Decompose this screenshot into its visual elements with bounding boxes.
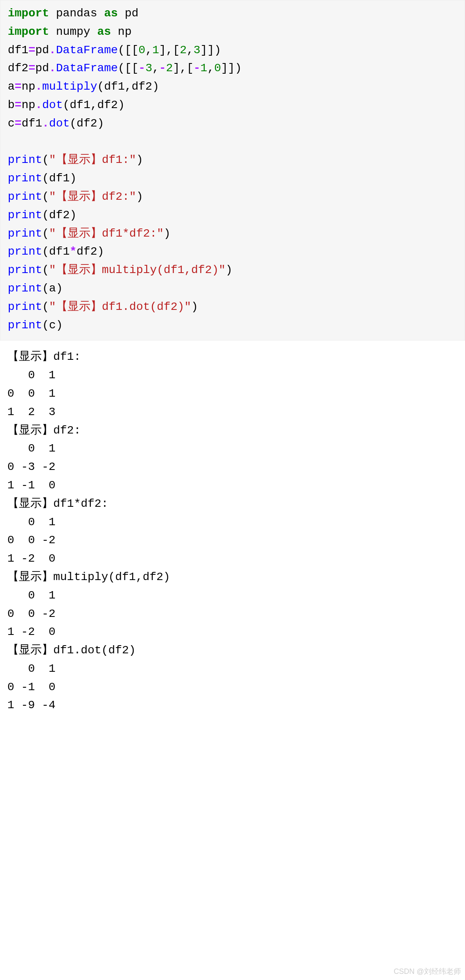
output-block: 【显示】df1: 0 1 0 0 1 1 2 3 【显示】df2: 0 1 0 … bbox=[0, 341, 465, 719]
code-line-3: df1=pd.DataFrame([[0,1],[2,3]]) bbox=[8, 41, 457, 60]
code-line-print-10: print(c) bbox=[8, 316, 457, 335]
kw-import: import bbox=[8, 7, 49, 20]
code-line-print-9: print("【显示】df1.dot(df2)") bbox=[8, 298, 457, 316]
code-line-print-7: print("【显示】multiply(df1,df2)") bbox=[8, 261, 457, 280]
code-line-print-5: print("【显示】df1*df2:") bbox=[8, 225, 457, 243]
code-line-print-4: print(df2) bbox=[8, 206, 457, 225]
code-line-7: c=df1.dot(df2) bbox=[8, 115, 457, 133]
code-block: import pandas as pd import numpy as np d… bbox=[0, 0, 465, 341]
code-line-1: import pandas as pd bbox=[8, 5, 457, 23]
code-line-4: df2=pd.DataFrame([[-3,-2],[-1,0]]) bbox=[8, 59, 457, 78]
code-line-print-2: print(df1) bbox=[8, 169, 457, 188]
code-line-5: a=np.multiply(df1,df2) bbox=[8, 78, 457, 96]
code-line-6: b=np.dot(df1,df2) bbox=[8, 96, 457, 115]
code-line-print-8: print(a) bbox=[8, 280, 457, 298]
code-line-2: import numpy as np bbox=[8, 23, 457, 41]
code-line-print-3: print("【显示】df2:") bbox=[8, 188, 457, 206]
code-line-blank bbox=[8, 133, 457, 151]
code-line-print-6: print(df1*df2) bbox=[8, 243, 457, 261]
code-line-print-1: print("【显示】df1:") bbox=[8, 151, 457, 169]
